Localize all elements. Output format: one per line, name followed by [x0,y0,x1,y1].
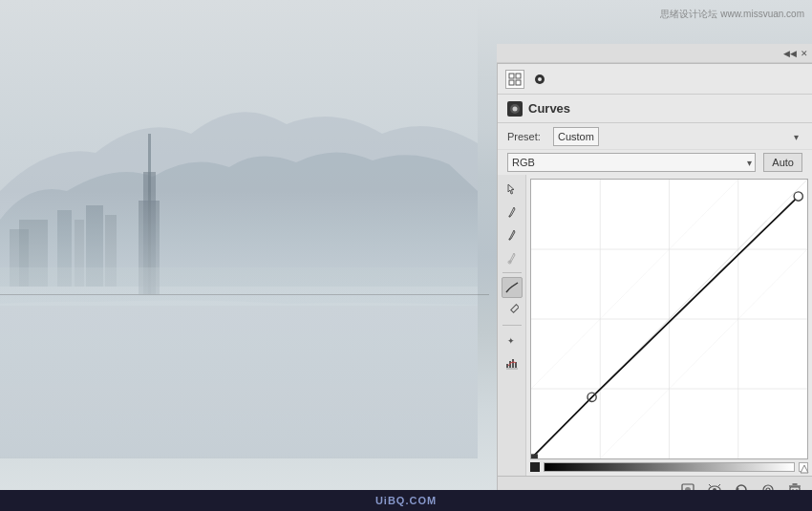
edit-points-btn[interactable]: ✦ [502,330,523,351]
preset-row: Preset: Custom [498,123,812,150]
white-point-slider[interactable] [799,462,808,472]
eyedropper-white-btn[interactable] [502,247,523,268]
horizon-line [0,294,489,295]
panel-body: ✦ [498,175,812,476]
auto-button[interactable]: Auto [763,153,802,172]
toolbar-sep-1 [502,272,522,273]
panel-header: Curves [498,95,812,123]
tab-properties[interactable] [530,70,549,89]
curves-layer-icon [507,101,523,117]
watermark-bottom: UiBQ.COM [0,490,812,511]
left-toolbar: ✦ [498,175,526,476]
curve-graph-svg [531,180,807,458]
channel-select[interactable]: RGB Red Green Blue [507,153,756,172]
svg-point-22 [508,239,510,241]
panel-tabs [498,64,812,95]
svg-point-18 [538,77,542,81]
toolbar-sep-2 [502,325,522,326]
preset-label: Preset: [507,131,545,142]
pointer-tool-btn[interactable] [502,179,523,200]
pencil-curve-tool-btn[interactable] [502,300,523,321]
eyedropper-gray-btn[interactable] [502,224,523,245]
svg-line-51 [718,484,720,486]
preset-select[interactable]: Custom [553,127,599,146]
collapse-left-arrow[interactable]: ◀◀ [783,49,797,58]
svg-rect-28 [512,359,514,368]
svg-text:✦: ✦ [507,336,515,346]
svg-rect-26 [506,364,508,368]
tab-adjustments[interactable] [505,70,524,89]
black-point-slider[interactable] [530,462,540,472]
svg-rect-44 [531,454,538,458]
channel-row: RGB Red Green Blue Auto [498,150,812,175]
svg-rect-15 [509,80,514,85]
gradient-bar-row [530,462,808,472]
preset-select-wrapper: Custom [553,127,802,146]
panel-scroll-area: ◀◀ ✕ [497,44,812,63]
curve-canvas[interactable] [530,179,808,459]
svg-rect-16 [516,80,521,85]
svg-rect-13 [509,74,514,78]
eyedropper-black-btn[interactable] [502,202,523,223]
channel-select-wrapper: RGB Red Green Blue [507,153,756,172]
histogram-btn[interactable] [502,352,523,373]
watermark-bottom-text: UiBQ.COM [375,495,437,506]
input-gradient-bar[interactable] [544,462,795,472]
city-background-svg [0,0,478,458]
svg-point-43 [794,192,802,201]
properties-panel: Properties ≡ Curves [497,44,812,502]
watermark-top: 思绪设计论坛 www.missvuan.com [660,8,804,21]
curve-area: Input: Output: [526,175,812,476]
svg-rect-12 [0,267,478,458]
curves-title: Curves [528,101,570,116]
svg-rect-24 [510,305,518,312]
close-panel-icon[interactable]: ✕ [801,49,808,58]
svg-line-50 [709,484,711,486]
svg-point-21 [508,216,510,218]
svg-point-20 [513,106,518,111]
smooth-curve-tool-btn[interactable] [502,277,523,298]
svg-rect-14 [516,74,521,78]
